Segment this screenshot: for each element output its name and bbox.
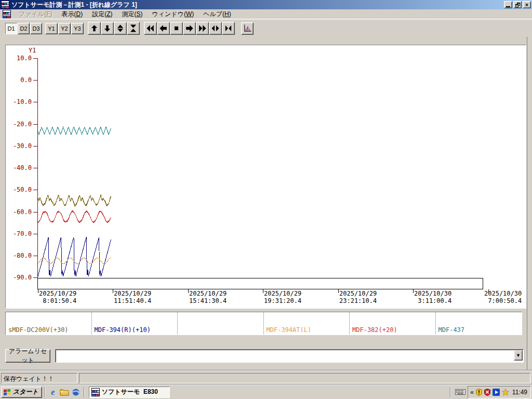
channel-name: MDF-394AT(L) xyxy=(267,327,347,334)
window-title: ソフトサーモ計測－計測1 - [折れ線グラフ 1] xyxy=(11,1,137,9)
menu-help[interactable]: ヘルプ(H) xyxy=(198,9,236,20)
toolbar: D1 D2 D3 Y1 Y2 Y3 xyxy=(0,19,532,37)
restore-button[interactable] xyxy=(513,1,522,8)
taskbar: スタート e xyxy=(0,384,532,399)
x-tick-label: 2025/10/29 8:01:50.4 xyxy=(39,290,76,304)
security-alert-shield-icon[interactable] xyxy=(484,389,490,396)
channel-legend: sMDF-DC200V(+30) CH1 [℃] -53.3 MDF-394(R… xyxy=(5,312,522,335)
x-tick-label: 2025/10/2923:21:10.4 xyxy=(339,290,377,304)
menu-measure[interactable]: 測定(S) xyxy=(117,9,147,20)
x-tick xyxy=(38,289,38,293)
keyboard-layout-icon[interactable] xyxy=(455,389,466,395)
legend-cell-ch1: sMDF-DC200V(+30) CH1 [℃] -53.3 xyxy=(6,312,92,335)
legend-cell-ch2: MDF-394(R)(+10) CH2 [℃] -72.6 xyxy=(92,312,178,335)
graph-view-button[interactable] xyxy=(241,22,254,35)
legend-cell-ch4: MDF-394AT(L) CH4 [℃] -81.0 xyxy=(264,312,350,335)
toolbar-y2-button[interactable]: Y2 xyxy=(58,23,71,34)
waveform-ch6 xyxy=(38,127,111,135)
quick-launch-browser-button[interactable]: e xyxy=(47,387,59,398)
menu-file[interactable]: ファイル(F) xyxy=(14,9,57,20)
taskbar-divider xyxy=(450,387,451,397)
toolbar-d1-button[interactable]: D1 xyxy=(5,23,17,34)
menu-bar: ファイル(F) 表示(D) 設定(Z) 測定(S) ウィンドウ(W) ヘルプ(H… xyxy=(0,9,532,19)
alarm-dropdown[interactable]: ▼ xyxy=(55,349,524,363)
toolbar-y3-button[interactable]: Y3 xyxy=(71,23,84,34)
fast-forward-icon xyxy=(198,24,207,33)
taskbar-clock[interactable]: 11:49 xyxy=(512,389,527,396)
show-desktop-icon xyxy=(72,388,80,396)
right-arrow-icon xyxy=(185,24,194,33)
status-secondary-panel xyxy=(79,373,530,383)
toolbar-y1-button[interactable]: Y1 xyxy=(45,23,58,34)
taskbar-divider xyxy=(44,387,45,397)
time-range-selector[interactable] xyxy=(37,278,483,289)
app-icon xyxy=(91,388,100,396)
quick-launch-desktop-button[interactable] xyxy=(70,387,82,398)
scroll-up-button[interactable] xyxy=(88,22,101,35)
toolbar-d3-button[interactable]: D3 xyxy=(30,23,42,34)
mdi-child-icon xyxy=(3,10,11,18)
step-left-button[interactable] xyxy=(157,22,170,35)
rewind-icon xyxy=(146,24,155,33)
status-message-panel: 保存ウェイト！！ xyxy=(1,373,77,383)
taskbar-divider xyxy=(84,387,85,397)
expand-vertical-icon xyxy=(116,24,125,33)
step-right-button[interactable] xyxy=(183,22,196,35)
channel-name: MDF-394(R)(+10) xyxy=(95,327,175,334)
waveform-plot xyxy=(6,45,526,308)
alarm-reset-button[interactable]: アラームリセット xyxy=(5,349,50,363)
menu-settings[interactable]: 設定(Z) xyxy=(87,9,117,20)
channel-name: sMDF-DC200V(+30) xyxy=(8,327,89,334)
start-button[interactable]: スタート xyxy=(1,387,42,398)
window-controls: × xyxy=(504,1,531,8)
menu-window[interactable]: ウィンドウ(W) xyxy=(148,9,199,20)
compress-vertical-button[interactable] xyxy=(127,22,140,35)
x-tick xyxy=(338,289,339,293)
rewind-button[interactable] xyxy=(144,22,157,35)
x-tick-label: 2025/10/2919:31:20.4 xyxy=(264,290,301,304)
restore-icon xyxy=(515,3,520,7)
expand-vertical-button[interactable] xyxy=(114,22,127,35)
stop-button[interactable] xyxy=(170,22,183,35)
chevron-down-icon: ▼ xyxy=(516,353,521,358)
client-edge xyxy=(527,37,527,370)
x-tick-label: 2025/10/2911:51:40.4 xyxy=(114,290,151,304)
x-tick-label: 2025/10/30 7:00:50.4 xyxy=(484,290,522,304)
task-button-label: ソフトサーモ E830 xyxy=(102,388,158,396)
expand-horizontal-icon xyxy=(211,24,220,33)
internet-explorer-icon: e xyxy=(51,388,55,397)
alarm-dropdown-field[interactable] xyxy=(55,349,524,363)
security-warning-shield-icon[interactable] xyxy=(476,389,482,396)
star-tray-icon[interactable] xyxy=(502,389,509,396)
x-tick xyxy=(413,289,414,293)
minimize-button[interactable] xyxy=(504,1,512,8)
legend-cell-ch3: CH3 [℃] ----- xyxy=(178,312,264,335)
alarm-dropdown-arrow-button[interactable]: ▼ xyxy=(514,350,523,361)
app-icon xyxy=(1,1,9,9)
x-tick xyxy=(263,289,263,293)
windows-logo-icon xyxy=(3,388,11,396)
expand-horizontal-button[interactable] xyxy=(209,22,222,35)
quick-launch-folder-button[interactable] xyxy=(59,387,70,398)
close-button[interactable]: × xyxy=(523,1,531,8)
compress-horizontal-icon xyxy=(224,24,233,33)
menu-view[interactable]: 表示(D) xyxy=(57,9,87,20)
channel-name: MDF-382(+20) xyxy=(352,327,433,334)
fast-forward-button[interactable] xyxy=(196,22,209,35)
x-tick-label: 2025/10/2915:41:30.4 xyxy=(189,290,227,304)
toolbar-d2-button[interactable]: D2 xyxy=(18,23,30,34)
status-bar: 保存ウェイト！！ xyxy=(0,370,532,384)
scroll-down-button[interactable] xyxy=(101,22,114,35)
x-tick-label: 2025/10/30 3:11:00.4 xyxy=(414,290,451,304)
system-tray: « 11:49 xyxy=(468,386,531,398)
task-button-softthermo[interactable]: ソフトサーモ E830 xyxy=(89,387,170,398)
compress-horizontal-button[interactable] xyxy=(222,22,235,35)
media-play-tray-icon[interactable] xyxy=(493,389,500,396)
x-tick xyxy=(113,289,113,293)
waveform-ch5 xyxy=(38,211,111,222)
channel-name: MDF-437 xyxy=(438,327,520,334)
tray-expand-chevron[interactable]: « xyxy=(470,389,474,396)
line-chart-panel: Y1 10.0 0.0 -10.0 -20.0 -30.0 -40.0 -50.… xyxy=(5,45,526,309)
stop-icon xyxy=(172,24,181,33)
x-tick xyxy=(188,289,189,293)
